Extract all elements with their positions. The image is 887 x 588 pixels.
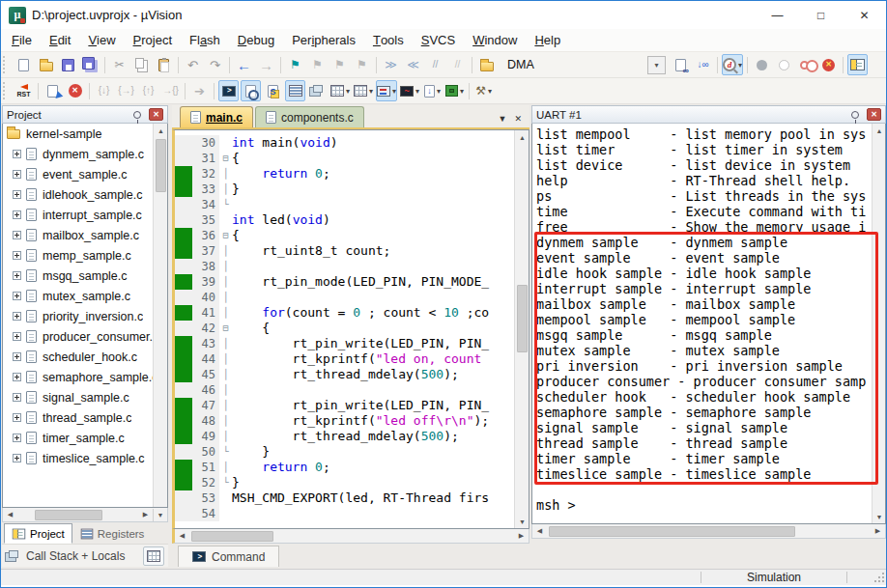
menu-help[interactable]: Help — [526, 29, 569, 51]
analysis-window-button[interactable] — [399, 80, 420, 101]
step-over-button[interactable]: {→} — [116, 80, 136, 101]
tree-item[interactable]: timeslice_sample.c — [3, 448, 167, 468]
scroll-left-icon[interactable]: ◀ — [175, 530, 189, 543]
fold-marker[interactable]: ⊟ — [219, 228, 232, 243]
clear-bookmarks-button[interactable]: ⚑ — [352, 54, 372, 75]
tree-item[interactable]: scheduler_hook.c — [3, 347, 167, 367]
expand-icon[interactable] — [13, 373, 21, 381]
scroll-right-icon[interactable]: ▶ — [138, 509, 153, 521]
callstack-bar[interactable]: Call Stack + Locals — [2, 544, 168, 567]
uart-console[interactable]: list_mempool - list memory pool in sysli… — [532, 124, 872, 523]
uart-vscrollbar[interactable]: ▲ ▼ — [872, 124, 885, 523]
scroll-up-icon[interactable]: ▲ — [154, 124, 168, 137]
scroll-left-icon[interactable]: ◀ — [532, 525, 547, 538]
expand-icon[interactable] — [13, 251, 21, 260]
expand-icon[interactable] — [13, 271, 21, 280]
project-window-toggle-button[interactable] — [847, 54, 868, 75]
run-to-cursor-button[interactable]: →{} — [160, 80, 181, 101]
scroll-up-icon[interactable]: ▲ — [873, 124, 886, 137]
scroll-left-icon[interactable]: ◀ — [3, 509, 17, 521]
tree-item[interactable]: signal_sample.c — [3, 387, 167, 407]
tree-item[interactable]: msgq_sample.c — [3, 266, 167, 286]
chevron-down-icon[interactable] — [647, 56, 666, 74]
reset-button[interactable]: RST — [14, 80, 34, 101]
menu-project[interactable]: Project — [125, 29, 181, 51]
menu-svcs[interactable]: SVCS — [413, 29, 464, 51]
pin-icon[interactable] — [133, 111, 141, 119]
new-file-button[interactable] — [14, 54, 34, 75]
expand-icon[interactable] — [13, 210, 21, 219]
scroll-thumb[interactable] — [156, 139, 166, 192]
find-in-files-button[interactable] — [671, 54, 691, 75]
editor-body[interactable]: 30int main(void)31⊟{32│ return 0;33│}34└… — [172, 129, 529, 529]
trace-window-button[interactable] — [422, 80, 443, 101]
tree-item[interactable]: priority_inversion.c — [3, 306, 167, 326]
navigate-back-button[interactable]: ← — [234, 54, 254, 75]
tree-item[interactable]: event_sample.c — [3, 164, 167, 184]
undo-button[interactable]: ↶ — [183, 54, 203, 75]
watch-window-button[interactable] — [329, 80, 351, 101]
expand-icon[interactable] — [13, 312, 21, 321]
project-hscrollbar[interactable]: ◀ ▶ ▼ — [2, 508, 168, 522]
open-file-button[interactable] — [36, 54, 56, 75]
close-panel-icon[interactable] — [149, 108, 163, 121]
tree-item[interactable]: mutex_sample.c — [3, 286, 167, 306]
enable-disable-breakpoint-button[interactable] — [774, 54, 794, 75]
find-button[interactable] — [722, 54, 743, 75]
tree-item[interactable]: idlehook_sample.c — [3, 184, 167, 205]
window-list-icon[interactable]: ▼ — [499, 114, 507, 124]
incremental-find-button[interactable]: ↓∞ — [693, 54, 713, 75]
menu-edit[interactable]: Edit — [41, 29, 79, 51]
expand-icon[interactable] — [13, 454, 21, 462]
expand-icon[interactable] — [13, 190, 21, 199]
comment-button[interactable]: // — [425, 54, 445, 75]
menu-flash[interactable]: Flash — [181, 29, 229, 51]
insert-bookmark-button[interactable]: ⚑ — [285, 54, 305, 75]
menu-window[interactable]: Window — [464, 29, 526, 51]
scroll-down-icon[interactable]: ▼ — [873, 510, 886, 523]
resize-grip[interactable] — [873, 571, 886, 584]
fold-marker[interactable]: ⊟ — [219, 321, 232, 336]
target-select[interactable]: DMA — [501, 55, 666, 74]
tree-item[interactable]: mailbox_sample.c — [3, 225, 167, 245]
expand-icon[interactable] — [13, 352, 21, 361]
scroll-down-icon[interactable]: ▼ — [153, 509, 167, 521]
menu-tools[interactable]: Tools — [364, 29, 413, 51]
expand-icon[interactable] — [13, 332, 21, 341]
run-button[interactable] — [43, 80, 63, 101]
scroll-up-icon[interactable]: ▲ — [515, 130, 529, 144]
redo-button[interactable]: ↷ — [205, 54, 225, 75]
cut-button[interactable]: ✂ — [109, 54, 129, 75]
tree-item[interactable]: producer_consumer.c — [3, 326, 167, 347]
tree-item[interactable]: thread_sample.c — [3, 407, 167, 428]
tree-item[interactable]: timer_sample.c — [3, 428, 167, 448]
tree-root[interactable]: kernel-sample — [3, 124, 167, 144]
maximize-button[interactable]: □ — [799, 1, 843, 29]
command-window-button[interactable] — [218, 80, 239, 101]
system-viewer-button[interactable] — [444, 80, 465, 101]
call-stack-window-button[interactable] — [307, 80, 328, 101]
insert-breakpoint-button[interactable] — [752, 54, 772, 75]
show-next-statement-button[interactable]: ➔ — [189, 80, 210, 101]
expand-icon[interactable] — [13, 150, 21, 158]
disassembly-window-button[interactable] — [241, 80, 261, 101]
tab-project[interactable]: Project — [4, 523, 72, 544]
close-button[interactable]: ✕ — [843, 1, 886, 29]
tab-registers[interactable]: Registers — [72, 523, 153, 544]
tree-item[interactable]: memp_sample.c — [3, 245, 167, 266]
scroll-right-icon[interactable]: ▶ — [514, 530, 529, 543]
expand-icon[interactable] — [13, 434, 21, 442]
uncomment-button[interactable]: // — [447, 54, 468, 75]
expand-icon[interactable] — [13, 231, 21, 239]
expand-icon[interactable] — [13, 292, 21, 300]
disable-all-breakpoints-button[interactable] — [796, 54, 816, 75]
registers-window-button[interactable] — [285, 80, 305, 101]
tab-components-c[interactable]: components.c — [255, 106, 364, 127]
save-button[interactable] — [58, 54, 78, 75]
expand-icon[interactable] — [13, 413, 21, 422]
menu-view[interactable]: View — [79, 29, 124, 51]
scroll-right-icon[interactable]: ▶ — [871, 525, 885, 538]
paste-button[interactable] — [154, 54, 174, 75]
close-panel-icon[interactable] — [867, 108, 881, 121]
stop-button[interactable] — [65, 80, 85, 101]
